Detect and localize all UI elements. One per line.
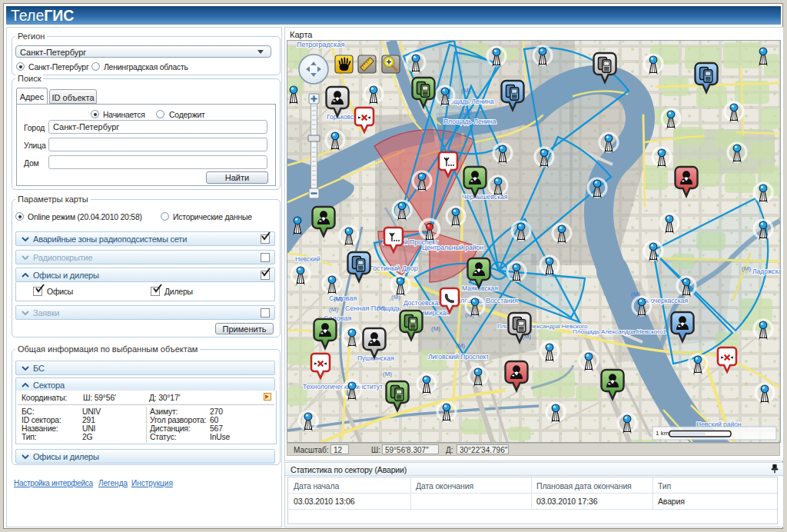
svg-text:Площадь Ленина: Площадь Ленина: [443, 118, 496, 125]
svg-text:Достоевская: Достоевская: [403, 299, 442, 307]
svg-text:Ладожская: Ладожская: [752, 268, 780, 275]
svg-text:(М): (М): [742, 265, 751, 272]
svg-text:(М): (М): [329, 306, 338, 313]
svg-text:Площадь Александра Невского1: Площадь Александра Невского1: [573, 328, 666, 335]
svg-text:(М): (М): [377, 304, 386, 311]
svg-text:(М): (М): [456, 342, 465, 349]
svg-text:Невский: Невский: [295, 255, 320, 263]
svg-text:Лиговский Проспект: Лиговский Проспект: [428, 353, 489, 361]
svg-text:(М): (М): [383, 371, 392, 377]
svg-text:(М): (М): [334, 295, 343, 302]
svg-text:Нева: Нева: [426, 129, 442, 137]
svg-text:1 km: 1 km: [656, 430, 669, 437]
svg-text:(М): (М): [463, 108, 472, 115]
svg-text:Гостиный Двор: Гостиный Двор: [370, 264, 418, 272]
svg-text:Сенная Площадь: Сенная Площадь: [345, 304, 401, 312]
svg-text:Петроградская: Петроградская: [297, 41, 344, 48]
svg-text:(М): (М): [431, 325, 440, 332]
svg-text:(М): (М): [461, 87, 470, 94]
